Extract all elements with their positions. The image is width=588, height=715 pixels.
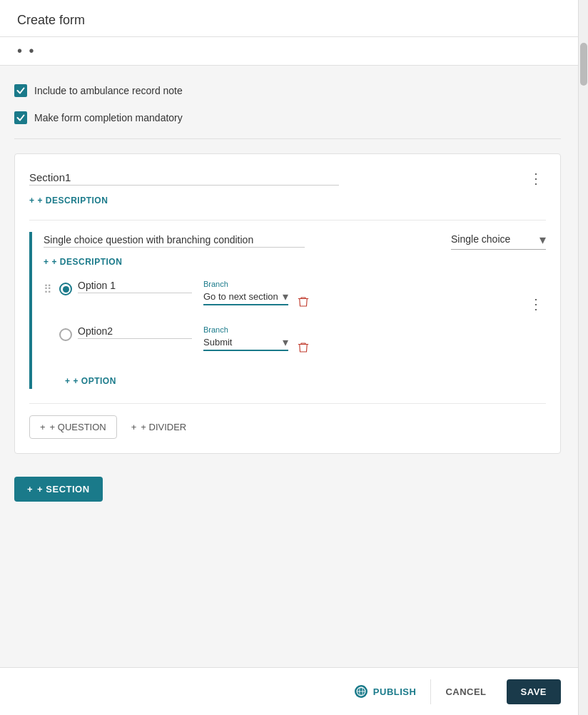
branch-group-1: Branch Go to next section Submit Go to s… xyxy=(203,280,288,305)
question-type-select-wrapper: Single choice Multiple choice Text Numbe… xyxy=(451,232,546,250)
option-text-input-1[interactable] xyxy=(78,280,192,293)
delete-option-button-2[interactable] xyxy=(294,338,313,360)
publish-button[interactable]: PUBLISH xyxy=(340,678,431,705)
plus-icon: + xyxy=(29,196,35,206)
add-section-label: + SECTION xyxy=(37,484,90,495)
section-more-options-button[interactable]: ⋮ xyxy=(526,168,546,188)
publish-label: PUBLISH xyxy=(373,686,417,697)
section-add-description-label: + DESCRIPTION xyxy=(38,196,108,206)
question-header-row: Single choice Multiple choice Text Numbe… xyxy=(44,232,546,250)
question-title-input[interactable] xyxy=(44,234,305,248)
question-add-description-button[interactable]: + + DESCRIPTION xyxy=(44,254,122,270)
branch-label-1: Branch xyxy=(203,280,288,288)
branch-group-2: Branch Go to next section Submit Go to s… xyxy=(203,325,288,351)
save-label: SAVE xyxy=(521,686,547,697)
section-title-input[interactable] xyxy=(29,171,339,186)
ambulance-checkbox-row: Include to ambulance record note xyxy=(14,77,561,104)
delete-option-button-1[interactable] xyxy=(294,293,313,315)
branch-label-2: Branch xyxy=(203,325,288,334)
question-add-description-label: + DESCRIPTION xyxy=(52,257,123,267)
drag-handle-icon-1[interactable]: ⠿ xyxy=(44,280,52,296)
scrollbar-thumb xyxy=(580,43,587,86)
option-radio-2[interactable] xyxy=(59,328,72,341)
plus-icon: + xyxy=(44,257,49,267)
option-input-group-2 xyxy=(78,325,192,339)
branch-select-wrapper-1: Go to next section Submit Go to section … xyxy=(203,290,288,305)
option-text-input-2[interactable] xyxy=(78,325,192,339)
add-option-button[interactable]: + + OPTION xyxy=(44,370,116,389)
section-footer: + + QUESTION + + DIVIDER xyxy=(29,403,546,439)
tab-bar: • • xyxy=(0,37,578,66)
header: Create form xyxy=(0,0,588,37)
add-divider-label: + DIVIDER xyxy=(141,422,186,432)
cancel-button[interactable]: CANCEL xyxy=(430,679,500,704)
plus-icon: + xyxy=(27,484,33,495)
branch-select-1[interactable]: Go to next section Submit Go to section … xyxy=(203,291,293,302)
option-input-group-1 xyxy=(78,280,192,293)
plus-icon: + xyxy=(131,422,137,432)
branch-select-wrapper-2: Go to next section Submit Go to section … xyxy=(203,335,288,351)
ambulance-checkbox[interactable] xyxy=(14,84,27,97)
add-question-button[interactable]: + + QUESTION xyxy=(29,415,117,439)
add-option-label: + OPTION xyxy=(74,376,116,386)
option-radio-1[interactable] xyxy=(59,283,72,295)
mandatory-checkbox-row: Make form completion mandatory xyxy=(14,104,561,131)
option-row-1: ⠿ Branch Go to next section Submit xyxy=(44,280,546,315)
section-divider xyxy=(14,138,561,139)
tab-dots: • • xyxy=(17,37,36,65)
question-block: Single choice Multiple choice Text Numbe… xyxy=(29,232,546,389)
options-list: ⠿ Branch Go to next section Submit xyxy=(44,280,546,360)
ambulance-checkbox-label: Include to ambulance record note xyxy=(34,85,183,96)
bottom-bar: PUBLISH CANCEL SAVE xyxy=(0,667,578,715)
inner-divider xyxy=(29,220,546,220)
section-add-description-button[interactable]: + + DESCRIPTION xyxy=(29,193,108,208)
main-content: Include to ambulance record note Make fo… xyxy=(0,66,578,667)
scrollbar[interactable] xyxy=(578,0,588,715)
plus-icon: + xyxy=(65,376,71,386)
branch-select-2[interactable]: Go to next section Submit Go to section … xyxy=(203,337,293,348)
add-question-label: + QUESTION xyxy=(50,422,106,432)
publish-globe-icon xyxy=(355,685,368,698)
cancel-label: CANCEL xyxy=(445,686,486,697)
plus-icon: + xyxy=(40,422,46,432)
page-container: Create form • • Include to ambulance rec… xyxy=(0,0,588,715)
add-section-button[interactable]: + + SECTION xyxy=(14,477,103,502)
save-button[interactable]: SAVE xyxy=(507,679,561,704)
page-title: Create form xyxy=(17,13,85,27)
section-header-row: ⋮ xyxy=(29,168,546,188)
mandatory-checkbox[interactable] xyxy=(14,111,27,124)
mandatory-checkbox-label: Make form completion mandatory xyxy=(34,112,183,123)
add-divider-button[interactable]: + + DIVIDER xyxy=(128,416,190,438)
question-type-select[interactable]: Single choice Multiple choice Text Numbe… xyxy=(451,233,551,246)
option-more-options-button-1[interactable]: ⋮ xyxy=(526,293,546,315)
option-row-2: ⠿ Branch Go to next section Submit xyxy=(44,325,546,360)
form-section-card: ⋮ + + DESCRIPTION Single choice Multiple… xyxy=(14,153,561,454)
